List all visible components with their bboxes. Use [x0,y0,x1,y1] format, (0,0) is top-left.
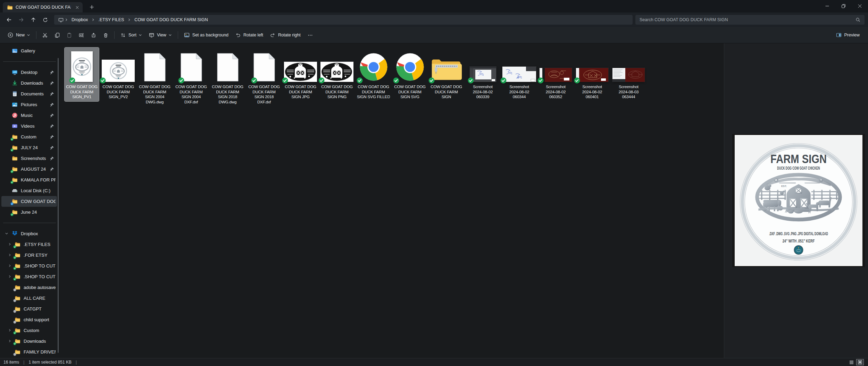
new-tab-button[interactable] [87,3,96,11]
close-button[interactable] [852,0,868,12]
back-button[interactable] [3,15,14,25]
file-item-cow-goat-dog-duck-farm-sign-png[interactable]: COW GOAT DOGDUCK FARMSIGN PNG [320,48,354,101]
rotate-right-button[interactable]: Rotate right [267,29,304,41]
sidebar-item-downloads[interactable]: Downloads [1,78,57,88]
preview-image[interactable]: FARM SIGN DUCK DOG COW GOAT CHICKEN EST. [732,134,865,267]
sidebar-item-screenshots[interactable]: Screenshots [1,153,57,164]
sidebar-item-kamala-for-pres[interactable]: KAMALA FOR PRES [1,175,57,185]
file-name-line: COW GOAT DOG [393,84,426,90]
address-bar[interactable]: Dropbox.ETSY FILESCOW GOAT DOG DUCK FARM… [54,15,633,25]
synced-badge-icon [13,245,16,248]
sidebar-item-july-24[interactable]: JULY 24 [1,142,57,153]
rotate-right-icon [270,33,275,38]
explorer-tab[interactable]: COW GOAT DOG DUCK FARM [3,2,83,12]
sidebar-item-label: Desktop [21,70,47,75]
sidebar-item-music[interactable]: Music [1,110,57,121]
sidebar-item-custom[interactable]: Custom [1,131,57,142]
sidebar-item-catgpt[interactable]: CATGPT [1,304,57,314]
cut-button[interactable] [39,29,51,41]
view-button[interactable]: View [145,29,175,41]
sidebar-item-downloads[interactable]: Downloads [1,336,57,347]
share-button[interactable] [87,29,100,41]
chevron-right-icon[interactable] [8,329,11,332]
sidebar-item-desktop[interactable]: Desktop [1,67,57,78]
sidebar-item-documents[interactable]: Documents [1,88,57,99]
set-as-background-button[interactable]: Set as background [181,29,232,41]
file-item-cow-goat-dog-duck-farm-sign-jpg[interactable]: COW GOAT DOGDUCK FARMSIGN JPG [283,48,318,101]
file-name-line: COW GOAT DOG [357,84,390,90]
sidebar-item-for-etsy[interactable]: .FOR ETSY [1,250,57,261]
file-item-screenshot-2024-08-03-063444[interactable]: Screenshot2024-08-03063444 [611,48,646,101]
sidebar-item-cow-goat-dog-d[interactable]: COW GOAT DOG D [1,196,57,207]
sidebar-item-shop-to-cut[interactable]: .SHOP TO CUT [1,261,57,271]
file-name-line: Screenshot [576,84,609,90]
rename-button[interactable] [75,29,87,41]
file-item-screenshot-2024-08-02-060401[interactable]: Screenshot2024-08-02060401 [575,48,609,101]
copy-button[interactable] [51,29,63,41]
file-item-screenshot-2024-08-02-060339[interactable]: Screenshot2024-08-02060339 [466,48,500,101]
paste-button[interactable] [63,29,75,41]
sidebar-item-adobe-autosave[interactable]: adobe autosave [1,282,57,293]
forward-button[interactable] [16,15,26,25]
breadcrumb-item-cow-goat-dog-duck-farm-sign[interactable]: COW GOAT DOG DUCK FARM SIGN [131,16,211,24]
sidebar-item-local-disk-c[interactable]: Local Disk (C:) [1,185,57,196]
chevron-right-icon[interactable] [8,242,11,246]
chevron-right-icon[interactable] [8,339,11,343]
sidebar-item-pictures[interactable]: Pictures [1,99,57,110]
file-item-cow-goat-dog-duck-farm-sign-svg-filled[interactable]: COW GOAT DOGDUCK FARMSIGN SVG FILLED [356,48,391,101]
chevron-right-icon[interactable] [8,253,11,257]
preview-toggle-button[interactable]: Preview [833,29,863,41]
sidebar-item-june-24[interactable]: June 24 [1,207,57,218]
file-item-cow-goat-dog-duck-farm-sign-pv2[interactable]: COW GOAT DOGDUCK FARMSIGN_PV2 [101,48,135,101]
sidebar-item-videos[interactable]: Videos [1,121,57,131]
up-button[interactable] [28,15,39,25]
see-more-button[interactable] [304,29,316,41]
breadcrumb-item-dropbox[interactable]: Dropbox [68,16,91,24]
file-item-cow-goat-dog-duck-farm-sign-2018-dxf-dxf[interactable]: COW GOAT DOGDUCK FARMSIGN 2018DXF.dxf [247,48,281,106]
file-item-cow-goat-dog-duck-farm-sign-2004-dwg-dwg[interactable]: COW GOAT DOGDUCK FARMSIGN 2004DWG.dwg [137,48,172,106]
sidebar-item-child-support[interactable]: child support [1,314,57,325]
sidebar-item-august-24[interactable]: AUGUST 24 [1,164,57,175]
sidebar-item-dropbox[interactable]: Dropbox [1,228,57,239]
file-item-cow-goat-dog-duck-farm-sign-2018-dwg-dwg[interactable]: COW GOAT DOGDUCK FARMSIGN 2018DWG.dwg [210,48,245,106]
file-list-area[interactable]: COW GOAT DOGDUCK FARMSIGN_PV1COW GOAT DO… [59,43,724,358]
sidebar-item-gallery[interactable]: Gallery [1,45,57,56]
sidebar-scrollbar[interactable] [58,58,59,353]
new-button[interactable]: New [4,29,34,41]
large-icons-view-button[interactable] [856,359,864,365]
sign-subtitle: DUCK DOG COW GOAT CHICKEN [777,165,820,171]
file-thumbnail-box [320,49,353,82]
file-item-cow-goat-dog-duck-farm-sign-pv1[interactable]: COW GOAT DOGDUCK FARMSIGN_PV1 [65,48,99,101]
details-view-button[interactable] [848,359,855,365]
chevron-down-icon[interactable] [5,232,8,235]
synced-badge-icon [428,77,435,84]
chevron-right-icon[interactable] [8,275,11,278]
folder-icon [12,177,18,183]
maximize-button[interactable] [835,0,852,12]
rotate-left-button[interactable]: Rotate left [232,29,267,41]
file-name-line: SIGN 2004 [138,94,171,100]
breadcrumb-item-etsy-files[interactable]: .ETSY FILES [95,16,127,24]
sidebar-item-custom[interactable]: Custom [1,325,57,336]
search-input[interactable]: Search COW GOAT DOG DUCK FARM SIGN [635,15,865,25]
file-name-label: COW GOAT DOGDUCK FARMSIGN SVG [393,84,426,100]
file-item-cow-goat-dog-duck-farm-sign-svg[interactable]: COW GOAT DOGDUCK FARMSIGN SVG [393,48,427,101]
delete-button[interactable] [100,29,112,41]
file-item-cow-goat-dog-duck-farm-sign-2004-dxf-dxf[interactable]: COW GOAT DOGDUCK FARMSIGN 2004DXF.dxf [174,48,208,106]
sort-button[interactable]: Sort [117,29,145,41]
minimize-button[interactable] [819,0,835,12]
sidebar-item-family-driven[interactable]: FAMILY DRIVEN [1,347,57,357]
sidebar-item-etsy-files[interactable]: .ETSY FILES [1,239,57,250]
file-item-screenshot-2024-08-02-060344[interactable]: Screenshot2024-08-02060344 [502,48,536,101]
chevron-right-icon[interactable] [8,264,11,267]
file-item-screenshot-2024-08-02-060352[interactable]: Screenshot2024-08-02060352 [539,48,573,101]
file-item-cow-goat-dog-duck-farm-sign[interactable]: COW GOAT DOGDUCK FARMSIGN [429,48,464,101]
sidebar-item-all-care[interactable]: ALL CARE [1,293,57,304]
file-name-label: Screenshot2024-08-02060339 [466,84,499,100]
sidebar-item-shop-to-cut-c[interactable]: .SHOP TO CUT - C [1,271,57,282]
tab-close-icon[interactable] [74,4,81,11]
refresh-button[interactable] [40,15,51,25]
folder-icon [12,209,18,215]
search-icon [856,17,860,22]
synced-badge-icon [10,213,14,216]
